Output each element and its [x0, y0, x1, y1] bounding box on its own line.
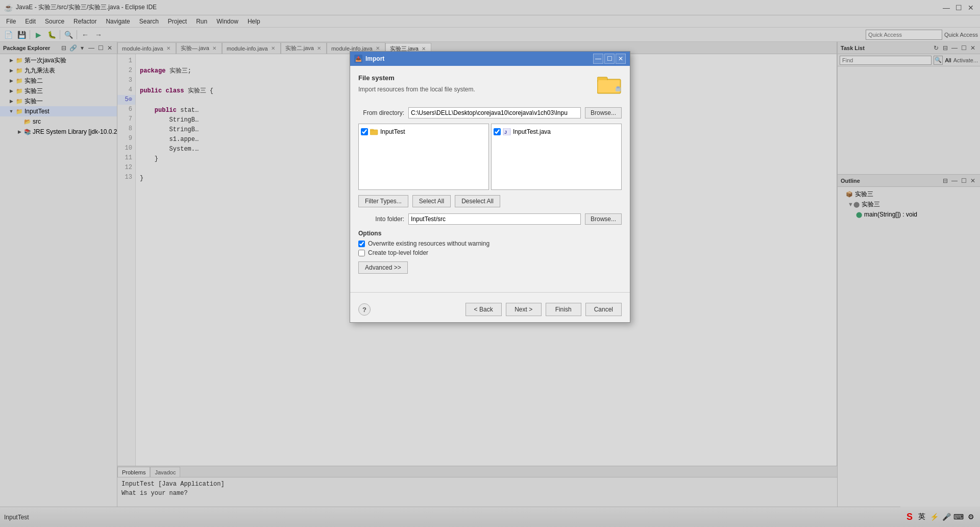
- option1-row: Overwrite existing resources without war…: [358, 240, 622, 247]
- option1-checkbox[interactable]: [358, 241, 365, 247]
- from-directory-input[interactable]: [408, 107, 581, 118]
- modal-divider: [350, 292, 630, 293]
- modal-close-button[interactable]: ✕: [616, 54, 626, 64]
- option2-label: Create top-level folder: [368, 249, 428, 256]
- modal-overlay: 📥 Import — ☐ ✕ File system Import resour…: [0, 0, 980, 527]
- into-folder-browse-button[interactable]: Browse...: [585, 213, 622, 225]
- deselect-all-button[interactable]: Deselect All: [455, 195, 500, 207]
- modal-body: File system Import resources from the lo…: [350, 66, 630, 288]
- svg-rect-6: [370, 129, 374, 131]
- finish-button[interactable]: Finish: [546, 303, 581, 316]
- folder-icon-area: [597, 74, 622, 96]
- file-tree-panels: InputTest J InputTest.java: [358, 124, 622, 190]
- modal-controls: — ☐ ✕: [593, 54, 626, 64]
- modal-footer: ? < Back Next > Finish Cancel: [350, 299, 630, 322]
- option2-checkbox[interactable]: [358, 250, 365, 256]
- inputtest-checkbox[interactable]: [361, 128, 368, 135]
- option2-row: Create top-level folder: [358, 249, 622, 256]
- modal-title-label: Import: [365, 55, 384, 62]
- select-all-button[interactable]: Select All: [412, 195, 451, 207]
- cancel-button[interactable]: Cancel: [585, 303, 622, 316]
- svg-rect-4: [617, 86, 620, 88]
- help-button[interactable]: ?: [358, 303, 371, 316]
- option1-label: Overwrite existing resources without war…: [368, 240, 489, 247]
- filter-types-button[interactable]: Filter Types...: [358, 195, 408, 207]
- modal-minimize-button[interactable]: —: [593, 54, 603, 64]
- options-section: Options Overwrite existing resources wit…: [358, 230, 622, 256]
- from-directory-browse-button[interactable]: Browse...: [585, 107, 622, 118]
- modal-title-area: 📥 Import: [354, 55, 384, 63]
- import-dialog: 📥 Import — ☐ ✕ File system Import resour…: [350, 51, 630, 323]
- file-tree-button-row: Filter Types... Select All Deselect All: [358, 195, 622, 207]
- left-file-tree: InputTest: [358, 124, 489, 190]
- folder-tree-icon: [370, 128, 378, 136]
- file-tree-item-inputtest[interactable]: InputTest: [361, 126, 486, 137]
- from-directory-label: From directory:: [358, 109, 404, 116]
- from-directory-row: From directory: Browse...: [358, 107, 622, 118]
- java-file-icon: J: [503, 128, 511, 136]
- java-file-label: InputTest.java: [513, 128, 551, 135]
- modal-description: Import resources from the local file sys…: [358, 86, 475, 93]
- options-title: Options: [358, 230, 622, 237]
- file-tree-item-inputtest-java[interactable]: J InputTest.java: [494, 126, 619, 137]
- into-folder-row: Into folder: Browse...: [358, 213, 622, 225]
- folder-label: InputTest: [380, 128, 405, 135]
- inputtest-java-checkbox[interactable]: [494, 128, 501, 135]
- svg-text:J: J: [504, 130, 507, 135]
- modal-section-header: File system: [358, 74, 475, 82]
- into-folder-input[interactable]: [408, 213, 581, 225]
- into-folder-label: Into folder:: [358, 215, 404, 223]
- folder-svg-icon: [597, 74, 622, 94]
- right-file-tree: J InputTest.java: [491, 124, 622, 190]
- back-button[interactable]: < Back: [465, 303, 502, 316]
- next-button[interactable]: Next >: [506, 303, 542, 316]
- modal-maximize-button[interactable]: ☐: [604, 54, 615, 64]
- advanced-button[interactable]: Advanced >>: [358, 261, 408, 274]
- modal-icon: 📥: [354, 55, 362, 63]
- modal-title-bar: 📥 Import — ☐ ✕: [350, 52, 630, 66]
